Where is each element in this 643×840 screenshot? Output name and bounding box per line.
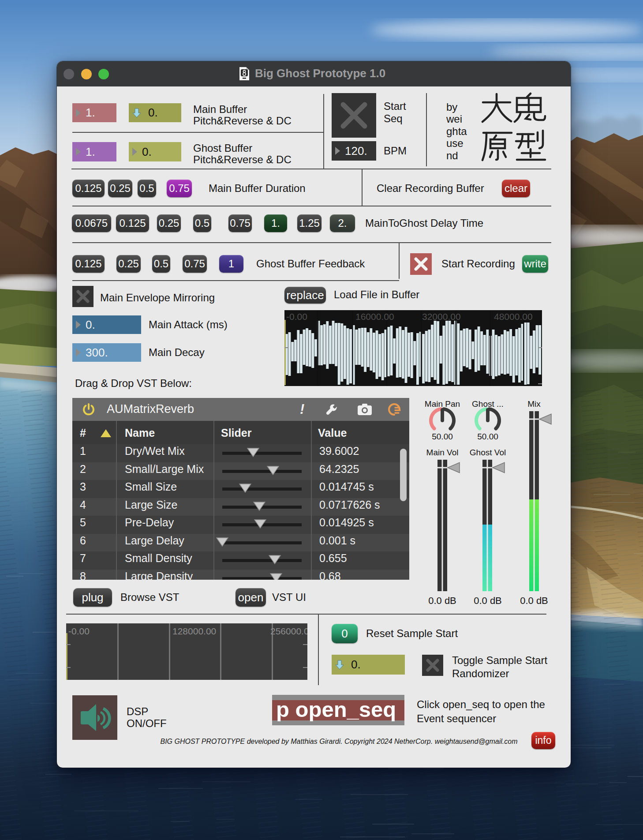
svg-text:32000.00: 32000.00	[422, 311, 461, 322]
svg-text:128000.00: 128000.00	[172, 626, 216, 636]
svg-text:256000.0: 256000.0	[270, 626, 307, 636]
svg-text:16000.00: 16000.00	[355, 311, 394, 322]
svg-text:48000.00: 48000.00	[494, 311, 533, 322]
svg-text:-0.00: -0.00	[68, 626, 90, 636]
svg-text:-0.00: -0.00	[286, 311, 307, 322]
